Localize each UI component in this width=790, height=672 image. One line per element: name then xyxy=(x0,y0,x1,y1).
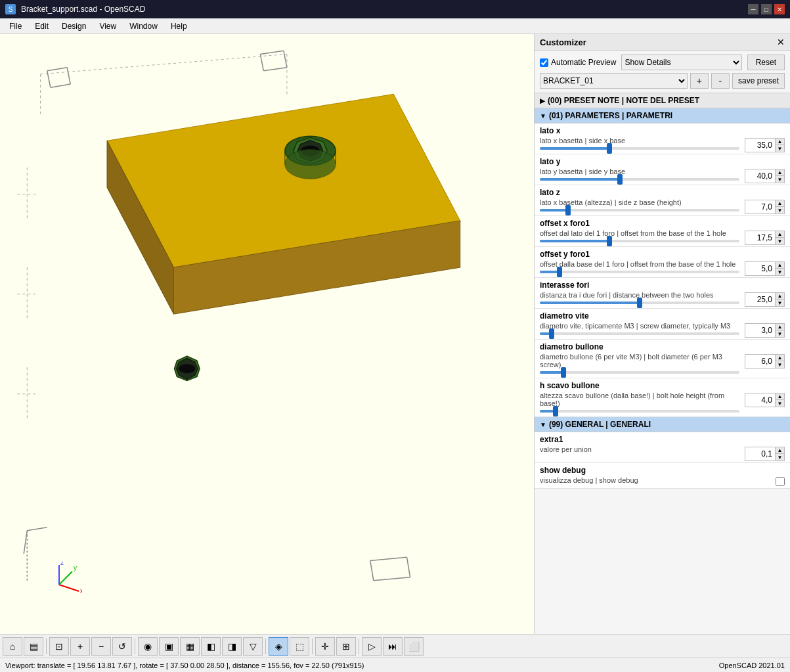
spin-up-diametro-bullone[interactable]: ▲ xyxy=(775,355,784,361)
param-input-offset-x-foro1[interactable] xyxy=(745,233,775,243)
app-icon: S xyxy=(5,4,16,14)
separator-2 xyxy=(135,638,135,654)
stl-btn[interactable]: ▤ xyxy=(24,637,43,656)
spin-up-lato-z[interactable]: ▲ xyxy=(775,200,784,207)
title-bar-controls[interactable]: ─ □ ✕ xyxy=(748,4,785,14)
frame-btn[interactable]: ⬜ xyxy=(404,637,424,656)
svg-line-41 xyxy=(59,571,72,585)
param-input-diametro-bullone[interactable] xyxy=(745,356,775,367)
right-view-btn[interactable]: ◨ xyxy=(222,637,242,656)
section-header-preset-note[interactable]: ▶ (00) PRESET NOTE | NOTE DEL PRESET xyxy=(535,93,790,108)
spin-down-offset-y-foro1[interactable]: ▼ xyxy=(775,269,784,275)
cross-btn[interactable]: ✛ xyxy=(315,637,335,656)
spin-up-offset-y-foro1[interactable]: ▲ xyxy=(775,262,784,269)
spin-down-lato-x[interactable]: ▼ xyxy=(775,145,784,152)
spin-up-interasse-fori[interactable]: ▲ xyxy=(775,293,784,300)
auto-preview-container: Automatic Preview xyxy=(540,58,616,67)
preset-add-btn[interactable]: + xyxy=(690,73,709,89)
maximize-btn[interactable]: □ xyxy=(761,4,772,14)
spin-up-lato-x[interactable]: ▲ xyxy=(775,139,784,145)
menu-help[interactable]: Help xyxy=(164,20,194,32)
spin-down-h-scavo-bullone[interactable]: ▼ xyxy=(775,400,784,407)
param-name-extra1: extra1 xyxy=(540,435,785,444)
customizer-header: Customizer ✕ xyxy=(535,34,790,51)
view-all-btn[interactable]: ◉ xyxy=(138,637,158,656)
show-details-select[interactable]: Show Details Hide Details xyxy=(621,55,741,70)
param-input-offset-y-foro1[interactable] xyxy=(745,263,775,274)
param-lato-z: lato z lato x basetta (altezza) | side z… xyxy=(535,185,790,216)
orthogonal-btn[interactable]: ⬚ xyxy=(290,637,309,656)
param-input-interasse-fori[interactable] xyxy=(745,294,775,305)
preset-minus-btn[interactable]: - xyxy=(711,73,730,89)
customizer-panel: Customizer ✕ Automatic Preview Show Deta… xyxy=(534,34,790,634)
back-view-btn[interactable]: ▦ xyxy=(180,637,200,656)
zoom-extents-btn[interactable]: ⊡ xyxy=(49,637,69,656)
spin-down-lato-z[interactable]: ▼ xyxy=(775,207,784,213)
spin-down-extra1[interactable]: ▼ xyxy=(775,454,784,460)
section-header-general[interactable]: ▼ (99) GENERAL | GENERALI xyxy=(535,417,790,432)
save-preset-btn[interactable]: save preset xyxy=(732,73,785,89)
param-input-lato-x[interactable] xyxy=(745,140,775,150)
svg-point-35 xyxy=(179,364,195,373)
param-diametro-bullone: diametro bullone diametro bullone (6 per… xyxy=(535,340,790,378)
spin-down-lato-y[interactable]: ▼ xyxy=(775,176,784,183)
animate-btn[interactable]: ▷ xyxy=(362,637,382,656)
separator-3 xyxy=(265,638,266,654)
home-view-btn[interactable]: ⌂ xyxy=(3,637,22,656)
param-desc-lato-y: lato y basetta | side y base xyxy=(540,168,739,175)
auto-preview-checkbox[interactable] xyxy=(540,58,548,67)
param-desc-offset-y-foro1: offset dalla base del 1 foro | offset fr… xyxy=(540,260,739,268)
menu-view[interactable]: View xyxy=(93,20,123,32)
title-bar-left: S Bracket_support.scad - OpenSCAD xyxy=(5,4,145,14)
auto-preview-label[interactable]: Automatic Preview xyxy=(551,58,616,67)
menu-design[interactable]: Design xyxy=(55,20,93,32)
zoom-in-btn[interactable]: + xyxy=(70,637,90,656)
controls-row2: BRACKET_01 + - save preset xyxy=(540,73,785,89)
axes-btn[interactable]: ⊞ xyxy=(336,637,356,656)
spin-down-offset-x-foro1[interactable]: ▼ xyxy=(775,238,784,244)
menu-file[interactable]: File xyxy=(3,20,28,32)
section-label-general: (99) GENERAL | GENERALI xyxy=(549,420,651,429)
param-input-lato-y[interactable] xyxy=(745,171,775,181)
param-checkbox-show-debug[interactable] xyxy=(776,477,785,486)
minimize-btn[interactable]: ─ xyxy=(748,4,758,14)
spin-up-extra1[interactable]: ▲ xyxy=(775,447,784,454)
param-input-lato-z[interactable] xyxy=(745,202,775,212)
spin-down-diametro-bullone[interactable]: ▼ xyxy=(775,361,784,368)
rotate-reset-btn[interactable]: ↺ xyxy=(112,637,132,656)
param-offset-y-foro1: offset y foro1 offset dalla base del 1 f… xyxy=(535,247,790,278)
status-viewport: Viewport: translate = [ 19.56 13.81 7.67… xyxy=(5,661,364,669)
param-h-scavo-bullone: h scavo bullone altezza scavo bullone (d… xyxy=(535,378,790,417)
spin-up-diametro-vite[interactable]: ▲ xyxy=(775,324,784,330)
spin-up-lato-y[interactable]: ▲ xyxy=(775,169,784,176)
section-header-parameters[interactable]: ▼ (01) PARAMETERS | PARAMETRI xyxy=(535,108,790,123)
top-view-btn[interactable]: ▽ xyxy=(243,637,263,656)
spin-down-interasse-fori[interactable]: ▼ xyxy=(775,300,784,306)
menu-edit[interactable]: Edit xyxy=(28,20,55,32)
perspective-btn[interactable]: ◈ xyxy=(269,637,288,656)
left-view-btn[interactable]: ◧ xyxy=(201,637,221,656)
front-view-btn[interactable]: ▣ xyxy=(159,637,179,656)
spin-up-h-scavo-bullone[interactable]: ▲ xyxy=(775,393,784,400)
param-lato-y: lato y lato y basetta | side y base ▲▼ xyxy=(535,154,790,185)
customizer-close-btn[interactable]: ✕ xyxy=(777,37,785,47)
param-input-h-scavo-bullone[interactable] xyxy=(745,395,775,405)
section-arrow-general: ▼ xyxy=(540,421,546,428)
param-diametro-vite: diametro vite diametro vite, tipicamente… xyxy=(535,309,790,340)
zoom-out-btn[interactable]: − xyxy=(91,637,111,656)
preset-select[interactable]: BRACKET_01 xyxy=(540,73,688,89)
param-show-debug: show debug visualizza debug | show debug xyxy=(535,463,790,489)
viewport[interactable]: x y z xyxy=(0,34,534,634)
menu-bar: File Edit Design View Window Help xyxy=(0,18,790,34)
param-input-diametro-vite[interactable] xyxy=(745,325,775,336)
close-btn[interactable]: ✕ xyxy=(774,4,785,14)
reset-btn[interactable]: Reset xyxy=(747,55,785,70)
spin-down-diametro-vite[interactable]: ▼ xyxy=(775,330,784,337)
param-desc-h-scavo-bullone: altezza scavo bullone (dalla base!) | bo… xyxy=(540,392,739,407)
spin-up-offset-x-foro1[interactable]: ▲ xyxy=(775,231,784,238)
step-btn[interactable]: ⏭ xyxy=(383,637,403,656)
svg-text:z: z xyxy=(60,562,64,566)
customizer-scroll[interactable]: ▶ (00) PRESET NOTE | NOTE DEL PRESET ▼ (… xyxy=(535,93,790,634)
param-input-extra1[interactable] xyxy=(745,449,775,459)
menu-window[interactable]: Window xyxy=(123,20,164,32)
